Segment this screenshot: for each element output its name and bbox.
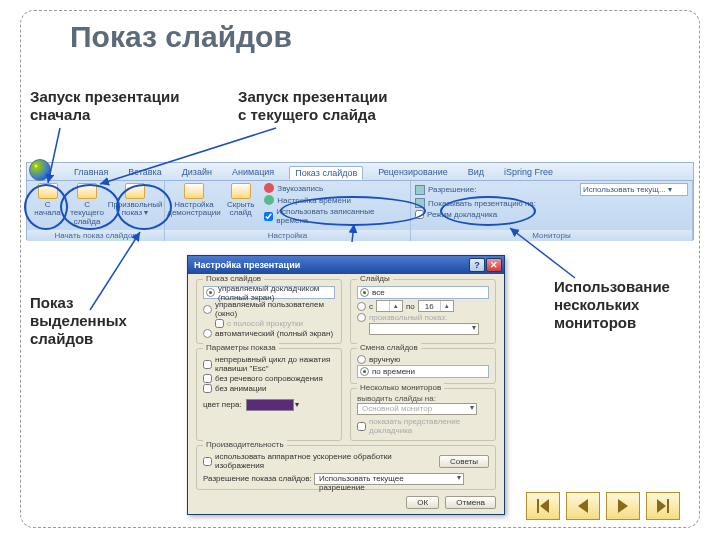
group-slides: Слайды все с ▴ по 16▴ произвольный показ…: [350, 279, 496, 344]
btn-cancel[interactable]: Отмена: [445, 496, 496, 509]
group-show-options: Параметры показа непрерывный цикл до наж…: [196, 348, 342, 441]
tab-view[interactable]: Вид: [463, 166, 489, 178]
pen-color-picker[interactable]: [246, 399, 294, 411]
ribbon-tabs: Главная Вставка Дизайн Анимация Показ сл…: [27, 163, 693, 181]
tab-design[interactable]: Дизайн: [177, 166, 217, 178]
tab-review[interactable]: Рецензирование: [373, 166, 453, 178]
tab-insert[interactable]: Вставка: [123, 166, 166, 178]
radio-slide-range[interactable]: с ▴ по 16▴: [357, 300, 489, 312]
highlight-oval: [280, 196, 426, 226]
callout-custom-show: Показ выделенных слайдов: [30, 294, 127, 348]
chk-loop[interactable]: непрерывный цикл до нажатия клавиши "Esc…: [203, 355, 335, 373]
setup-show-dialog: Настройка презентации ? ✕ Показ слайдов …: [187, 255, 505, 515]
radio-kiosk[interactable]: автоматический (полный экран): [203, 329, 335, 338]
group-title: Смена слайдов: [357, 343, 421, 352]
nav-last[interactable]: [646, 492, 680, 520]
group-label: Начать показ слайдов: [27, 230, 164, 241]
radio-timings[interactable]: по времени: [357, 365, 489, 378]
label-resolution: Разрешение показа слайдов:: [203, 474, 312, 483]
highlight-oval: [440, 196, 536, 226]
sel-show-resolution[interactable]: Использовать текущее разрешение: [314, 473, 464, 485]
group-performance: Производительность использовать аппаратн…: [196, 445, 496, 490]
chk-no-narration[interactable]: без речевого сопровождения: [203, 374, 335, 383]
group-title: Несколько мониторов: [357, 383, 444, 392]
callout-start-from-current: Запуск презентации с текущего слайда: [238, 88, 387, 124]
hide-icon: [231, 183, 251, 199]
group-title: Показ слайдов: [203, 274, 264, 283]
tab-animation[interactable]: Анимация: [227, 166, 279, 178]
nav-first[interactable]: [526, 492, 560, 520]
sel-custom-show: [369, 323, 479, 335]
row-resolution: Разрешение: Использовать текущ... ▾: [415, 183, 688, 196]
btn-tips[interactable]: Советы: [439, 455, 489, 468]
setup-icon: [184, 183, 204, 199]
group-monitors: Несколько мониторов выводить слайды на: …: [350, 388, 496, 441]
highlight-oval: [60, 184, 120, 230]
chk-hardware-accel[interactable]: использовать аппаратное ускорение обрабо…: [203, 452, 435, 470]
sel-monitor: Основной монитор: [357, 403, 477, 415]
highlight-oval: [116, 184, 172, 230]
radio-browsed-individual[interactable]: управляемый пользователем (окно): [203, 300, 335, 318]
radio-custom-show: произвольный показ:: [357, 313, 489, 322]
group-show-type: Показ слайдов управляемый докладчиком (п…: [196, 279, 342, 344]
group-label: Мониторы: [411, 230, 692, 241]
nav-next[interactable]: [606, 492, 640, 520]
tab-home[interactable]: Главная: [69, 166, 113, 178]
dialog-title: Настройка презентации: [194, 260, 300, 270]
sel-resolution[interactable]: Использовать текущ... ▾: [580, 183, 688, 196]
radio-speaker[interactable]: управляемый докладчиком (полный экран): [203, 286, 335, 299]
group-label: Настройка: [165, 230, 410, 241]
group-title: Параметры показа: [203, 343, 279, 352]
group-title: Слайды: [357, 274, 393, 283]
nav-prev[interactable]: [566, 492, 600, 520]
dialog-titlebar: Настройка презентации ? ✕: [188, 256, 504, 274]
callout-multiple-monitors: Использование нескольких мониторов: [554, 278, 670, 332]
slide-title: Показ слайдов: [70, 20, 292, 54]
tab-ispring[interactable]: iSpring Free: [499, 166, 558, 178]
help-button[interactable]: ?: [469, 258, 485, 272]
btn-hide-slide[interactable]: Скрыть слайд: [222, 183, 259, 218]
label-pen-color: цвет пера:: [203, 400, 242, 409]
chk-record-narration[interactable]: Звукозапись: [264, 183, 406, 193]
label-show-on: выводить слайды на:: [357, 394, 489, 403]
tab-slideshow[interactable]: Показ слайдов: [289, 166, 363, 180]
btn-ok[interactable]: ОК: [406, 496, 439, 509]
group-title: Производительность: [203, 440, 287, 449]
office-orb-icon[interactable]: [29, 159, 51, 181]
chk-scrollbar: с полосой прокрутки: [215, 319, 335, 328]
callout-start-from-beginning: Запуск презентации сначала: [30, 88, 179, 124]
chk-presenter-view: показать представление докладчика: [357, 417, 489, 435]
radio-manual[interactable]: вручную: [357, 355, 489, 364]
chk-no-animation[interactable]: без анимации: [203, 384, 335, 393]
close-button[interactable]: ✕: [486, 258, 502, 272]
btn-setup-show[interactable]: Настройка демонстрации: [169, 183, 219, 218]
group-advance: Смена слайдов вручную по времени: [350, 348, 496, 384]
slide-nav: [526, 492, 680, 520]
radio-all-slides[interactable]: все: [357, 286, 489, 299]
